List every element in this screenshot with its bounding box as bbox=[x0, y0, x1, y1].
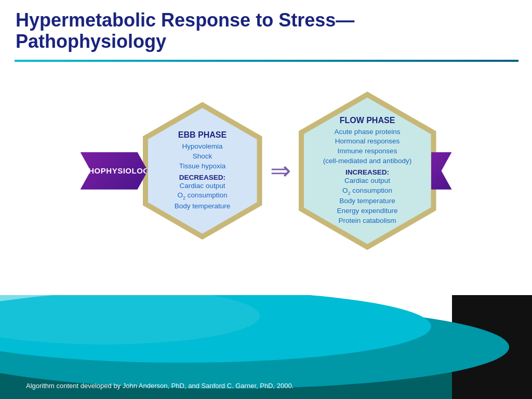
ebb-hex-content: EBB PHASE Hypovolemia Shock Tissue hypox… bbox=[169, 125, 235, 217]
flow-phase-title: FLOW PHASE bbox=[323, 116, 411, 125]
flow-increased-label: INCREASED: bbox=[323, 168, 411, 176]
title-line2: Pathophysiology bbox=[16, 31, 166, 52]
flow-cardiac-output: Cardiac output bbox=[323, 176, 411, 186]
main-content: PATHOPHYSIOLOGY EBB PHASE Hypovolemia Sh… bbox=[0, 62, 532, 280]
flow-item-hormonal: Hormonal responses bbox=[323, 137, 411, 147]
flow-hex-content: FLOW PHASE Acute phase proteins Hormonal… bbox=[318, 111, 417, 231]
footer-citation: Algorithm content developed by John Ande… bbox=[26, 382, 294, 390]
ebb-decreased-label: DECREASED: bbox=[175, 174, 230, 181]
title-line1: Hypermetabolic Response to Stress— bbox=[16, 9, 354, 31]
flow-energy-expenditure: Energy expenditure bbox=[323, 206, 411, 216]
ebb-phase-title: EBB PHASE bbox=[175, 130, 230, 140]
ebb-cardiac-output: Cardiac output bbox=[175, 181, 230, 191]
flow-right-tab bbox=[431, 152, 452, 190]
arrow-container: ⇒ bbox=[270, 158, 291, 183]
right-arrow-icon: ⇒ bbox=[270, 158, 291, 183]
flow-phase-hexagon: FLOW PHASE Acute phase proteins Hormonal… bbox=[299, 91, 436, 250]
ebb-item-tissue-hypoxia: Tissue hypoxia bbox=[175, 162, 230, 171]
flow-item-immune: Immune responses bbox=[323, 147, 411, 156]
ebb-phase-hexagon: EBB PHASE Hypovolemia Shock Tissue hypox… bbox=[143, 102, 262, 240]
flow-o2-consumption: O2 consumption bbox=[323, 186, 411, 196]
pathophysiology-label: PATHOPHYSIOLOGY bbox=[81, 152, 148, 190]
flow-item-acute-phase: Acute phase proteins bbox=[323, 127, 411, 137]
ebb-item-hypovolemia: Hypovolemia bbox=[175, 142, 230, 152]
ebb-body-temperature: Body temperature bbox=[175, 202, 230, 211]
ebb-item-shock: Shock bbox=[175, 152, 230, 162]
ebb-o2-consumption: O2 consumption bbox=[175, 191, 230, 201]
flow-protein-catabolism: Protein catabolism bbox=[323, 216, 411, 226]
flow-item-immune-sub: (cell-mediated and antibody) bbox=[323, 156, 411, 166]
page-title: Hypermetabolic Response to Stress— Patho… bbox=[16, 9, 516, 52]
header: Hypermetabolic Response to Stress— Patho… bbox=[0, 0, 532, 57]
footer-area: Algorithm content developed by John Ande… bbox=[0, 295, 532, 399]
flow-body-temperature: Body temperature bbox=[323, 196, 411, 206]
